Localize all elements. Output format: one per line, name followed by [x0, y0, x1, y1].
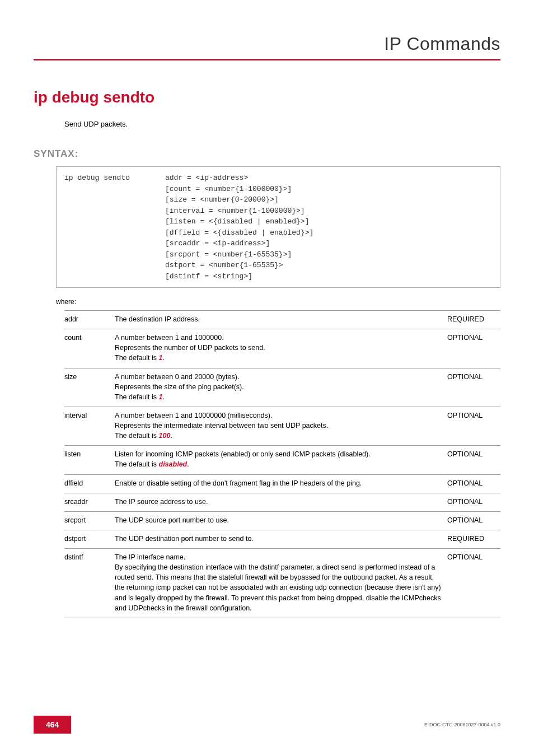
param-name: count	[64, 329, 115, 368]
param-default-value: 1	[159, 393, 163, 401]
page-number-badge: 464	[34, 716, 71, 734]
param-description: Listen for incoming ICMP packets (enable…	[115, 446, 447, 474]
document-id: E-DOC-CTC-20061027-0004 v1.0	[424, 722, 500, 727]
param-name: listen	[64, 446, 115, 474]
param-required: OPTIONAL	[447, 549, 500, 618]
param-name: srcport	[64, 511, 115, 530]
param-name: interval	[64, 407, 115, 445]
param-description: Enable or disable setting of the don't f…	[115, 474, 447, 493]
table-row: srcportThe UDP source port number to use…	[64, 511, 500, 530]
table-row: countA number between 1 and 1000000.Repr…	[64, 329, 500, 368]
param-description: The UDP source port number to use.	[115, 511, 447, 530]
param-description: A number between 0 and 20000 (bytes).Rep…	[115, 368, 447, 407]
section-header: IP Commands	[34, 34, 500, 54]
param-name: addr	[64, 311, 115, 329]
syntax-args: addr = <ip-address> [count = <number{1-1…	[165, 172, 313, 282]
param-required: OPTIONAL	[447, 329, 500, 368]
syntax-command: ip debug sendto	[64, 172, 165, 184]
page-footer: 464 E-DOC-CTC-20061027-0004 v1.0	[34, 716, 500, 734]
header-rule	[34, 59, 500, 60]
param-name: dffield	[64, 474, 115, 493]
param-description: The UDP destination port number to send …	[115, 530, 447, 548]
table-row: intervalA number between 1 and 10000000 …	[64, 407, 500, 445]
param-required: OPTIONAL	[447, 446, 500, 474]
table-row: sizeA number between 0 and 20000 (bytes)…	[64, 368, 500, 407]
table-row: listenListen for incoming ICMP packets (…	[64, 446, 500, 474]
table-row: srcaddrThe IP source address to use.OPTI…	[64, 493, 500, 511]
param-name: size	[64, 368, 115, 407]
table-row: dstintfThe IP interface name.By specifyi…	[64, 549, 500, 618]
table-row: dffieldEnable or disable setting of the …	[64, 474, 500, 493]
param-required: OPTIONAL	[447, 368, 500, 407]
param-default-value: disabled	[159, 460, 188, 468]
syntax-heading: SYNTAX:	[34, 148, 500, 160]
table-row: addrThe destination IP address.REQUIRED	[64, 311, 500, 329]
param-name: dstport	[64, 530, 115, 548]
param-required: OPTIONAL	[447, 474, 500, 493]
where-label: where:	[56, 298, 500, 306]
param-description: The IP source address to use.	[115, 493, 447, 511]
param-name: srcaddr	[64, 493, 115, 511]
param-description: The IP interface name.By specifying the …	[115, 549, 447, 618]
parameter-table: addrThe destination IP address.REQUIREDc…	[64, 310, 500, 618]
param-description: The destination IP address.	[115, 311, 447, 329]
param-required: OPTIONAL	[447, 493, 500, 511]
param-description: A number between 1 and 10000000 (millise…	[115, 407, 447, 445]
param-required: REQUIRED	[447, 311, 500, 329]
param-default-value: 100	[159, 432, 171, 440]
command-description: Send UDP packets.	[64, 120, 500, 128]
param-default-value: 1	[159, 354, 163, 362]
param-name: dstintf	[64, 549, 115, 618]
syntax-box: ip debug sendtoaddr = <ip-address> [coun…	[56, 166, 500, 288]
table-row: dstportThe UDP destination port number t…	[64, 530, 500, 548]
command-title: ip debug sendto	[34, 88, 500, 106]
param-required: OPTIONAL	[447, 511, 500, 530]
param-description: A number between 1 and 1000000.Represent…	[115, 329, 447, 368]
param-required: OPTIONAL	[447, 407, 500, 445]
param-required: REQUIRED	[447, 530, 500, 548]
